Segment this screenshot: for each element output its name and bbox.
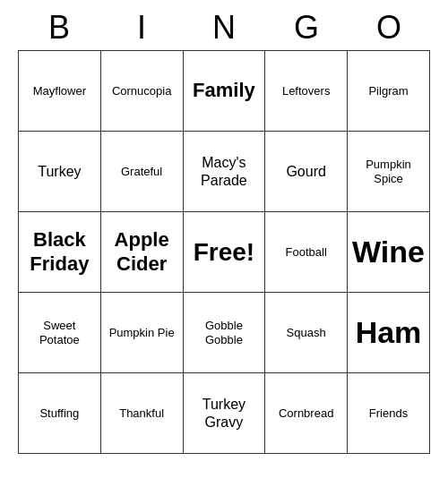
bingo-cell: Thankful [100, 373, 183, 454]
cell-text: Gourd [269, 163, 343, 180]
cell-text: Gobble Gobble [187, 319, 262, 346]
bingo-cell: Turkey [19, 132, 101, 212]
cell-text: Black Friday [22, 228, 97, 276]
bingo-cell: Football [265, 212, 348, 293]
bingo-cell: Gourd [265, 132, 348, 212]
bingo-letter: N [186, 9, 262, 47]
bingo-cell: Ham [348, 293, 430, 373]
bingo-cell: Stuffing [19, 373, 101, 454]
bingo-cell: Turkey Gravy [183, 373, 265, 454]
cell-text: Pilgram [351, 84, 426, 98]
bingo-grid: MayflowerCornucopiaFamilyLeftoversPilgra… [18, 50, 430, 454]
bingo-cell: Leftovers [265, 51, 348, 132]
bingo-cell: Pumpkin Spice [348, 132, 430, 212]
bingo-cell: Cornucopia [100, 51, 183, 132]
bingo-letter: I [104, 9, 179, 47]
bingo-cell: Macy's Parade [183, 132, 265, 212]
cell-text: Turkey Gravy [187, 396, 262, 430]
bingo-cell: Sweet Potatoe [19, 293, 101, 373]
bingo-cell: Apple Cider [100, 212, 183, 293]
cell-text: Stuffing [22, 406, 97, 421]
bingo-cell: Mayflower [19, 51, 101, 132]
bingo-cell: Wine [348, 212, 430, 293]
bingo-title: BINGO [18, 9, 430, 47]
cell-text: Leftovers [269, 84, 343, 98]
cell-text: Free! [187, 237, 262, 268]
cell-text: Macy's Parade [187, 154, 262, 188]
bingo-cell: Pumpkin Pie [100, 293, 183, 373]
cell-text: Wine [351, 234, 426, 270]
cell-text: Pumpkin Spice [351, 158, 426, 185]
cell-text: Friends [351, 406, 426, 421]
table-row: Black FridayApple CiderFree!FootballWine [19, 212, 430, 293]
cell-text: Turkey [22, 163, 97, 180]
bingo-cell: Friends [348, 373, 430, 454]
bingo-letter: B [22, 9, 97, 47]
cell-text: Apple Cider [105, 228, 179, 276]
cell-text: Family [187, 79, 262, 102]
bingo-cell: Black Friday [19, 212, 101, 293]
cell-text: Ham [351, 314, 426, 351]
bingo-letter: O [351, 9, 426, 47]
bingo-letter: G [269, 9, 344, 47]
bingo-cell: Family [183, 51, 265, 132]
bingo-cell: Gobble Gobble [183, 293, 265, 373]
table-row: MayflowerCornucopiaFamilyLeftoversPilgra… [19, 51, 430, 132]
bingo-cell: Grateful [100, 132, 183, 212]
table-row: TurkeyGratefulMacy's ParadeGourdPumpkin … [19, 132, 430, 212]
bingo-cell: Squash [265, 293, 348, 373]
table-row: StuffingThankfulTurkey GravyCornbreadFri… [19, 373, 430, 454]
cell-text: Sweet Potatoe [22, 319, 97, 346]
cell-text: Thankful [105, 406, 179, 421]
cell-text: Football [269, 245, 343, 260]
cell-text: Pumpkin Pie [105, 326, 179, 340]
table-row: Sweet PotatoePumpkin PieGobble GobbleSqu… [19, 293, 430, 373]
bingo-cell: Free! [183, 212, 265, 293]
cell-text: Mayflower [22, 84, 97, 98]
cell-text: Squash [269, 326, 343, 340]
cell-text: Cornbread [269, 406, 343, 421]
cell-text: Cornucopia [105, 84, 179, 98]
bingo-cell: Cornbread [265, 373, 348, 454]
bingo-cell: Pilgram [348, 51, 430, 132]
cell-text: Grateful [105, 165, 179, 179]
